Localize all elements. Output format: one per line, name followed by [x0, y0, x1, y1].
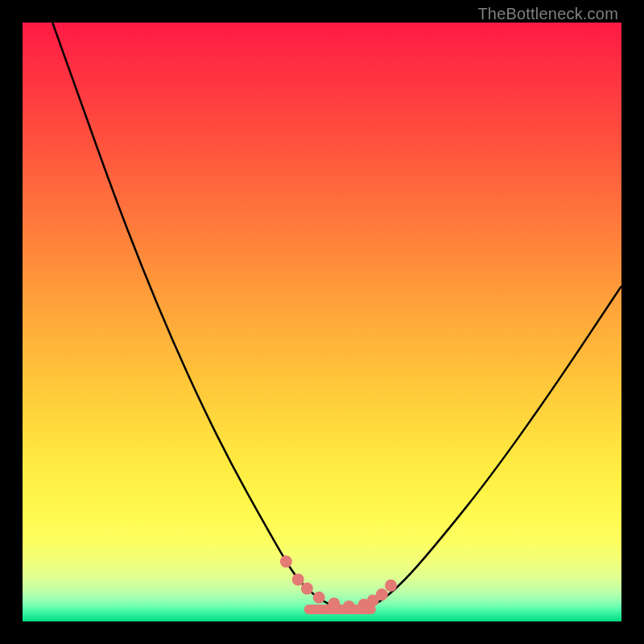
marker-point	[313, 592, 325, 604]
attribution-label: TheBottleneck.com	[477, 5, 618, 23]
marker-point	[280, 555, 292, 568]
marker-point	[385, 580, 397, 592]
marker-point	[301, 583, 313, 595]
marker-point	[376, 588, 388, 601]
marker-point	[328, 597, 340, 609]
plot-area	[23, 23, 621, 621]
bottleneck-curve	[52, 23, 621, 609]
overlay-svg	[23, 23, 621, 621]
marker-point	[292, 573, 304, 585]
frame: TheBottleneck.com	[0, 0, 644, 644]
marker-point	[343, 601, 355, 613]
